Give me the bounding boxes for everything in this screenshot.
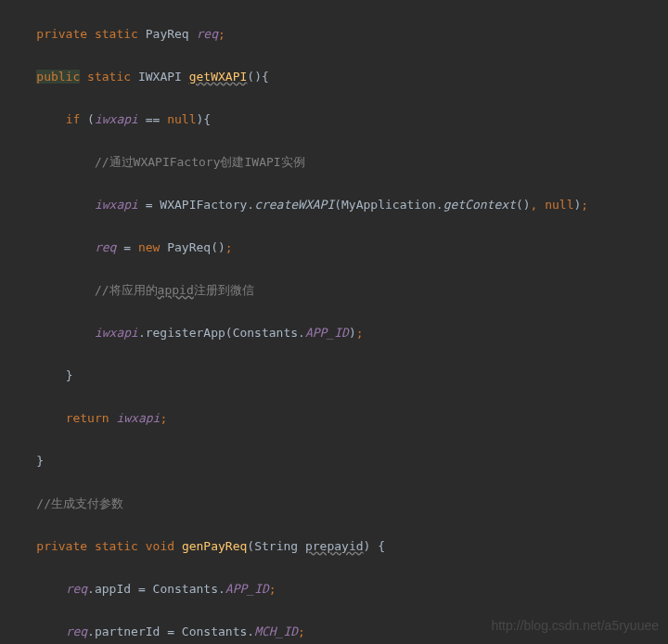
code-line: //生成支付参数 <box>7 493 668 514</box>
code-line: } <box>7 365 668 386</box>
code-line: req.partnerId = Constants.MCH_ID; <box>7 621 668 642</box>
type: PayReq <box>146 27 189 41</box>
code-line: //将应用的appid注册到微信 <box>7 279 668 301</box>
code-line: req.appId = Constants.APP_ID; <box>7 578 668 599</box>
code-editor[interactable]: private static PayReq req; public static… <box>0 0 668 644</box>
code-line: public static IWXAPI getWXAPI(){ <box>7 66 668 87</box>
method-name: getWXAPI <box>189 70 248 84</box>
keyword: private <box>36 27 87 41</box>
field: req <box>197 27 218 41</box>
code-line: iwxapi.registerApp(Constants.APP_ID); <box>7 322 668 343</box>
code-line: //通过WXAPIFactory创建IWAPI实例 <box>7 151 668 173</box>
code-line: iwxapi = WXAPIFactory.createWXAPI(MyAppl… <box>7 194 668 215</box>
code-line: return iwxapi; <box>7 407 668 429</box>
code-line: req = new PayReq(); <box>7 237 668 258</box>
keyword: static <box>95 27 138 41</box>
keyword: public <box>36 70 80 84</box>
comment: //生成支付参数 <box>36 496 123 510</box>
method-name: genPayReq <box>182 539 247 553</box>
keyword: static <box>87 70 131 84</box>
code-line: } <box>7 450 668 471</box>
code-line: private static PayReq req; <box>7 23 668 45</box>
code-line: if (iwxapi == null){ <box>7 109 668 130</box>
type: IWXAPI <box>138 70 182 84</box>
code-line: private static void genPayReq(String pre… <box>7 535 668 557</box>
comment: //通过WXAPIFactory创建IWAPI实例 <box>95 155 305 169</box>
